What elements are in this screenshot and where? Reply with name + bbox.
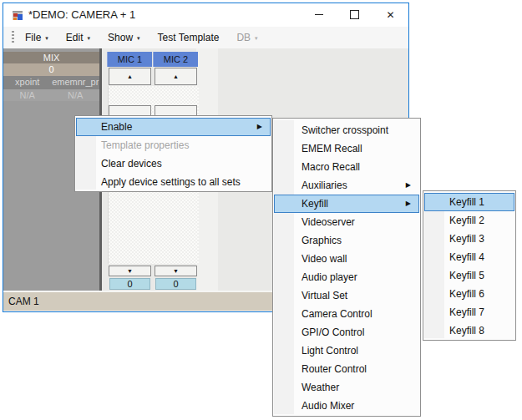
menu-item-label: Keyfill 5 xyxy=(449,270,484,281)
menubar-item-label: Edit xyxy=(66,32,84,43)
context-menu-item[interactable]: Apply device settings to all sets ▶ xyxy=(76,173,271,191)
keyfill-submenu-item[interactable]: Keyfill 1 ▶ xyxy=(424,193,514,211)
enable-submenu-item[interactable]: Virtual Set ▶ xyxy=(274,286,419,305)
menubar-item-label: DB xyxy=(236,32,251,43)
menubar-item-label: Show xyxy=(108,32,133,43)
menu-item-label: Switcher crosspoint xyxy=(302,124,388,136)
enable-submenu-item[interactable]: Keyfill ▶ xyxy=(274,195,419,213)
down-arrow-icon: ▼ xyxy=(173,268,179,274)
menu-item-label: Light Control xyxy=(302,345,358,357)
context-menu-item[interactable]: Template properties ▶ xyxy=(76,136,271,154)
source-panel-values: N/A N/A xyxy=(3,89,99,101)
column-header-ememnr: ememnr_pr xyxy=(52,76,100,89)
menu-item-label: Weather xyxy=(302,382,339,393)
menu-item-label: EMEM Recall xyxy=(302,143,362,154)
submenu-arrow-icon: ▶ xyxy=(257,118,262,136)
menu-item-label: Video wall xyxy=(302,253,347,265)
source-panel-column-headers: xpoint ememnr_pr xyxy=(3,76,99,89)
menu-item-label: Macro Recall xyxy=(302,161,360,173)
channel-header: MIC 2 xyxy=(153,52,198,67)
keyfill-submenu-item[interactable]: Keyfill 4 ▶ xyxy=(424,248,514,266)
menu-item-label: Keyfill 8 xyxy=(449,325,484,337)
menu-item-label: Keyfill 3 xyxy=(449,233,484,245)
context-menu: Enable ▶ Template properties ▶ Clear dev… xyxy=(74,115,272,192)
menubar-item[interactable]: Edit ▾ xyxy=(60,28,96,47)
fader-down-button[interactable]: ▼ xyxy=(109,266,151,276)
enable-submenu-item[interactable]: Audio player ▶ xyxy=(274,268,419,286)
menu-item-label: Clear devices xyxy=(101,158,162,170)
enable-submenu-item[interactable]: GPI/O Control ▶ xyxy=(274,323,419,342)
keyfill-submenu-item[interactable]: Keyfill 6 ▶ xyxy=(424,285,514,303)
app-icon xyxy=(12,9,23,21)
menu-item-label: Template properties xyxy=(101,139,189,151)
dropdown-arrow-icon: ▾ xyxy=(88,33,91,42)
context-menu-item[interactable]: Clear devices ▶ xyxy=(76,154,271,173)
channel-header: MIC 1 xyxy=(107,52,152,67)
enable-submenu-item[interactable]: Light Control ▶ xyxy=(274,342,419,360)
enable-submenu-item[interactable]: Video wall ▶ xyxy=(274,250,419,268)
title-bar: *DEMO: CAMERA + 1 ✕ xyxy=(3,3,408,27)
fader-up-button[interactable]: ▲ xyxy=(109,68,151,85)
menubar-item[interactable]: Show ▾ xyxy=(102,28,146,47)
up-arrow-icon: ▲ xyxy=(127,73,133,79)
keyfill-submenu-item[interactable]: Keyfill 2 ▶ xyxy=(424,211,514,230)
ememnr-value: N/A xyxy=(52,89,100,101)
enable-submenu-item[interactable]: Switcher crosspoint ▶ xyxy=(274,121,419,139)
keyfill-submenu-item[interactable]: Keyfill 5 ▶ xyxy=(424,266,514,285)
menubar-grip-icon[interactable] xyxy=(12,31,14,44)
menu-item-label: Apply device settings to all sets xyxy=(101,176,241,188)
submenu-arrow-icon: ▶ xyxy=(406,176,411,195)
menu-item-label: GPI/O Control xyxy=(302,326,364,338)
menu-item-label: Camera Control xyxy=(302,308,372,320)
xpoint-value: N/A xyxy=(3,89,52,101)
menu-item-label: Audio player xyxy=(302,271,357,283)
enable-submenu-item[interactable]: Weather ▶ xyxy=(274,378,419,397)
menubar-item[interactable]: DB ▾ xyxy=(231,28,263,47)
context-menu-item[interactable]: Enable ▶ xyxy=(76,118,271,136)
down-arrow-icon: ▼ xyxy=(127,268,133,274)
close-button[interactable]: ✕ xyxy=(372,3,408,26)
keyfill-submenu-item[interactable]: Keyfill 3 ▶ xyxy=(424,230,514,248)
maximize-icon xyxy=(350,10,359,19)
column-header-xpoint: xpoint xyxy=(3,76,52,89)
menu-item-label: Router Control xyxy=(302,363,367,375)
dropdown-arrow-icon: ▾ xyxy=(45,33,48,42)
enable-submenu-item[interactable]: Graphics ▶ xyxy=(274,231,419,250)
channel-value-cell[interactable]: 0 xyxy=(109,278,150,290)
keyfill-submenu: Keyfill 1 ▶ Keyfill 2 ▶ Keyfill 3 ▶ Keyf… xyxy=(423,190,516,341)
status-bar-text: CAM 1 xyxy=(8,296,39,307)
enable-submenu-item[interactable]: Camera Control ▶ xyxy=(274,305,419,323)
enable-submenu-item[interactable]: Videoserver ▶ xyxy=(274,213,419,231)
fader-down-button[interactable]: ▼ xyxy=(155,266,197,276)
submenu-arrow-icon: ▶ xyxy=(406,195,411,213)
enable-submenu-item[interactable]: EMEM Recall ▶ xyxy=(274,139,419,158)
menu-item-label: Graphics xyxy=(302,235,342,246)
menu-item-label: Videoserver xyxy=(302,216,355,228)
menu-item-label: Keyfill 7 xyxy=(449,306,484,318)
enable-submenu-item[interactable]: Router Control ▶ xyxy=(274,360,419,378)
enable-submenu-item[interactable]: Audio Mixer ▶ xyxy=(274,397,419,415)
enable-submenu-item[interactable]: Macro Recall ▶ xyxy=(274,158,419,176)
minimize-button[interactable] xyxy=(301,3,337,26)
source-panel-title: MIX xyxy=(3,52,99,63)
fader-up-button[interactable]: ▲ xyxy=(155,68,197,85)
menu-item-label: Virtual Set xyxy=(302,290,347,301)
channel-value-cell[interactable]: 0 xyxy=(155,278,196,290)
keyfill-submenu-item[interactable]: Keyfill 7 ▶ xyxy=(424,303,514,321)
close-icon: ✕ xyxy=(386,10,394,20)
menubar-item[interactable]: Test Template ▾ xyxy=(152,28,226,47)
enable-submenu-item[interactable]: Auxiliaries ▶ xyxy=(274,176,419,195)
dropdown-arrow-icon: ▾ xyxy=(255,33,258,42)
window-title: *DEMO: CAMERA + 1 xyxy=(28,8,135,21)
menubar-item-label: File xyxy=(25,32,41,43)
up-arrow-icon: ▲ xyxy=(173,73,179,79)
menu-item-label: Enable xyxy=(101,121,132,133)
menu-item-label: Keyfill 2 xyxy=(449,215,484,226)
menu-item-label: Keyfill xyxy=(302,198,328,210)
maximize-button[interactable] xyxy=(337,3,372,26)
dropdown-arrow-icon: ▾ xyxy=(137,33,140,42)
menubar-item-label: Test Template xyxy=(158,32,220,43)
menu-item-label: Keyfill 1 xyxy=(449,196,484,208)
keyfill-submenu-item[interactable]: Keyfill 8 ▶ xyxy=(424,321,514,340)
menubar-item[interactable]: File ▾ xyxy=(19,28,54,47)
